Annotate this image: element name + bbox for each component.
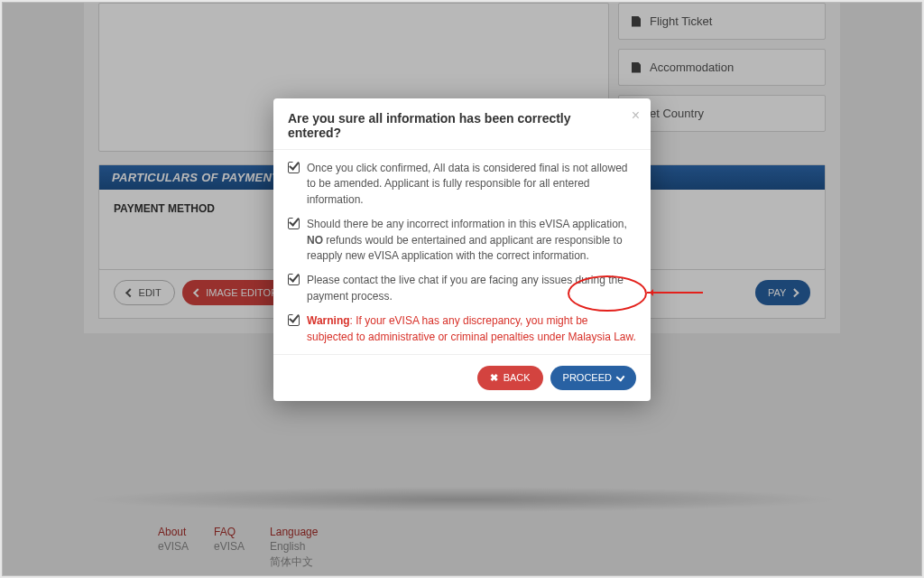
modal-overlay: × Are you sure all information has been … xyxy=(3,3,921,575)
modal-footer: ✖ BACK PROCEED xyxy=(273,354,651,390)
check-icon xyxy=(288,314,300,326)
proceed-label: PROCEED xyxy=(563,372,612,383)
check-icon xyxy=(616,372,625,381)
warning-text: : If your eVISA has any discrepancy, you… xyxy=(307,314,636,342)
check-icon xyxy=(288,218,300,229)
check-icon xyxy=(288,162,300,173)
confirmation-modal: × Are you sure all information has been … xyxy=(273,98,651,401)
modal-item-text: Should there be any incorrect informatio… xyxy=(307,217,636,264)
check-icon xyxy=(288,274,300,285)
close-icon[interactable]: × xyxy=(632,107,640,124)
modal-item-text: Warning: If your eVISA has any discrepan… xyxy=(307,313,636,345)
warning-label: Warning xyxy=(307,314,350,327)
modal-item-text: Once you click confirmed, All data is co… xyxy=(307,161,636,208)
x-icon: ✖ xyxy=(490,372,498,384)
proceed-button[interactable]: PROCEED xyxy=(550,366,636,390)
modal-item-warning: Warning: If your eVISA has any discrepan… xyxy=(288,313,636,345)
modal-divider xyxy=(273,149,651,150)
txt: refunds would be entertained and applica… xyxy=(307,234,623,262)
back-button[interactable]: ✖ BACK xyxy=(477,366,543,390)
modal-item-refund: Should there be any incorrect informatio… xyxy=(288,217,636,264)
modal-item-livechat: Please contact the live chat if you are … xyxy=(288,273,636,304)
back-label: BACK xyxy=(504,372,531,383)
txt: Should there be any incorrect informatio… xyxy=(307,218,627,230)
modal-item-text: Please contact the live chat if you are … xyxy=(307,273,636,304)
modal-title: Are you sure all information has been co… xyxy=(288,111,636,140)
bold-no: NO xyxy=(307,234,323,247)
page-wrap: Flight Ticket Accommodation et Country P… xyxy=(2,2,922,576)
modal-item-confirm: Once you click confirmed, All data is co… xyxy=(288,161,636,208)
